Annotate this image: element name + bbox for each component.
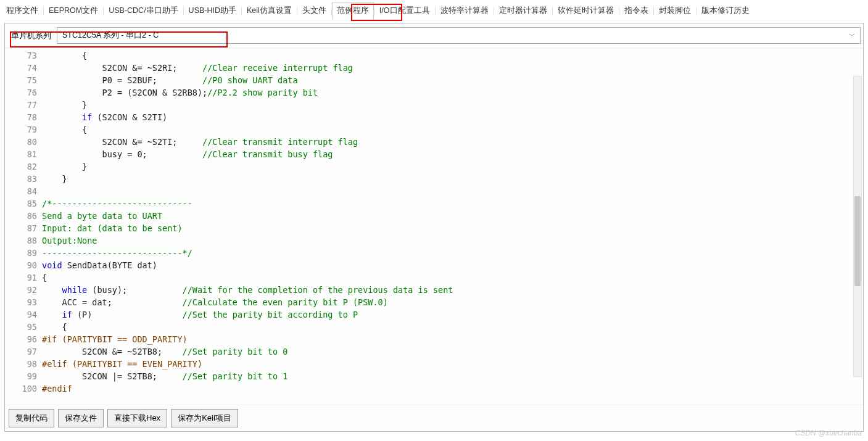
tab-13[interactable]: 版本修订历史 xyxy=(696,2,754,20)
line-number: 80 xyxy=(5,136,37,148)
line-number: 97 xyxy=(5,345,37,358)
line-number: 87 xyxy=(5,222,37,234)
line-number: 96 xyxy=(5,333,37,345)
line-number-gutter: 7374757677787980818283848586878889909192… xyxy=(5,48,42,405)
save-keil-project-button[interactable]: 保存为Keil项目 xyxy=(171,409,238,427)
line-number: 77 xyxy=(5,99,37,111)
tab-0[interactable]: 程序文件 xyxy=(1,2,43,20)
series-dropdown[interactable]: STC12C5A 系列 - 串口2 - C ﹀ xyxy=(57,27,861,44)
code-line[interactable]: } xyxy=(42,160,863,173)
line-number: 89 xyxy=(5,247,37,259)
code-content[interactable]: { S2CON &= ~S2RI; //Clear receive interr… xyxy=(42,48,863,405)
code-editor[interactable]: 7374757677787980818283848586878889909192… xyxy=(5,48,863,405)
main-panel: 单片机系列 STC12C5A 系列 - 串口2 - C ﹀ 7374757677… xyxy=(4,23,864,432)
tab-5[interactable]: 头文件 xyxy=(297,2,331,20)
scroll-thumb[interactable] xyxy=(854,196,861,286)
code-line[interactable]: ACC = dat; //Calculate the even parity b… xyxy=(42,296,863,308)
code-line[interactable]: { xyxy=(42,271,863,284)
tab-8[interactable]: 波特率计算器 xyxy=(436,2,494,20)
watermark-text: CSDN @xuechanba xyxy=(795,429,862,437)
download-hex-button[interactable]: 直接下载Hex xyxy=(107,409,167,427)
code-line[interactable]: /*---------------------------- xyxy=(42,197,863,210)
series-row: 单片机系列 STC12C5A 系列 - 串口2 - C ﹀ xyxy=(5,23,863,48)
line-number: 88 xyxy=(5,234,37,247)
line-number: 85 xyxy=(5,197,37,210)
line-number: 98 xyxy=(5,358,37,370)
code-line[interactable]: #if (PARITYBIT == ODD_PARITY) xyxy=(42,333,863,345)
tab-9[interactable]: 定时器计算器 xyxy=(494,2,552,20)
code-line[interactable]: P2 = (S2CON & S2RB8);//P2.2 show parity … xyxy=(42,86,863,99)
line-number: 91 xyxy=(5,271,37,284)
code-line[interactable]: #endif xyxy=(42,382,863,395)
code-line[interactable] xyxy=(42,185,863,197)
code-line[interactable]: S2CON &= ~S2TI; //Clear transmit interru… xyxy=(42,136,863,148)
line-number: 100 xyxy=(5,382,37,395)
code-line[interactable]: Output:None xyxy=(42,234,863,247)
series-label[interactable]: 单片机系列 xyxy=(7,28,55,43)
line-number: 74 xyxy=(5,62,37,74)
line-number: 99 xyxy=(5,370,37,382)
tab-1[interactable]: EEPROM文件 xyxy=(44,2,103,20)
code-line[interactable]: if (S2CON & S2TI) xyxy=(42,111,863,123)
tab-11[interactable]: 指令表 xyxy=(619,2,653,20)
tab-2[interactable]: USB-CDC/串口助手 xyxy=(104,2,183,20)
tab-7[interactable]: I/O口配置工具 xyxy=(374,2,435,20)
line-number: 82 xyxy=(5,160,37,173)
line-number: 86 xyxy=(5,210,37,222)
line-number: 78 xyxy=(5,111,37,123)
tab-12[interactable]: 封装脚位 xyxy=(654,2,696,20)
line-number: 84 xyxy=(5,185,37,197)
code-line[interactable]: { xyxy=(42,49,863,62)
line-number: 75 xyxy=(5,74,37,86)
code-line[interactable]: #elif (PARITYBIT == EVEN_PARITY) xyxy=(42,358,863,370)
tab-3[interactable]: USB-HID助手 xyxy=(184,2,241,20)
code-line[interactable]: { xyxy=(42,123,863,136)
code-line[interactable]: Send a byte data to UART xyxy=(42,210,863,222)
line-number: 92 xyxy=(5,284,37,296)
line-number: 95 xyxy=(5,321,37,333)
code-line[interactable]: void SendData(BYTE dat) xyxy=(42,259,863,271)
save-file-button[interactable]: 保存文件 xyxy=(58,409,104,427)
line-number: 79 xyxy=(5,123,37,136)
line-number: 90 xyxy=(5,259,37,271)
line-number: 76 xyxy=(5,86,37,99)
code-line[interactable]: { xyxy=(42,321,863,333)
line-number: 93 xyxy=(5,296,37,308)
code-line[interactable]: S2CON &= ~S2TB8; //Set parity bit to 0 xyxy=(42,345,863,358)
code-line[interactable]: if (P) //Set the parity bit according to… xyxy=(42,308,863,321)
chevron-down-icon: ﹀ xyxy=(849,31,855,40)
line-number: 73 xyxy=(5,49,37,62)
code-line[interactable]: Input: dat (data to be sent) xyxy=(42,222,863,234)
code-line[interactable]: while (busy); //Wait for the completion … xyxy=(42,284,863,296)
code-line[interactable]: } xyxy=(42,99,863,111)
code-line[interactable]: } xyxy=(42,173,863,185)
bottom-toolbar: 复制代码 保存文件 直接下载Hex 保存为Keil项目 xyxy=(5,405,863,431)
line-number: 81 xyxy=(5,148,37,160)
line-number: 94 xyxy=(5,308,37,321)
tab-10[interactable]: 软件延时计算器 xyxy=(553,2,619,20)
copy-code-button[interactable]: 复制代码 xyxy=(9,409,54,427)
code-line[interactable]: S2CON |= S2TB8; //Set parity bit to 1 xyxy=(42,370,863,382)
tab-4[interactable]: Keil仿真设置 xyxy=(242,2,297,20)
vertical-scrollbar[interactable] xyxy=(853,76,862,377)
tab-6[interactable]: 范例程序 xyxy=(332,2,374,20)
code-line[interactable]: P0 = S2BUF; //P0 show UART data xyxy=(42,74,863,86)
line-number: 83 xyxy=(5,173,37,185)
code-line[interactable]: busy = 0; //Clear transmit busy flag xyxy=(42,148,863,160)
tab-bar: 程序文件EEPROM文件USB-CDC/串口助手USB-HID助手Keil仿真设… xyxy=(0,0,868,19)
code-line[interactable]: ----------------------------*/ xyxy=(42,247,863,259)
code-line[interactable]: S2CON &= ~S2RI; //Clear receive interrup… xyxy=(42,62,863,74)
series-selected-value: STC12C5A 系列 - 串口2 - C xyxy=(62,30,159,41)
